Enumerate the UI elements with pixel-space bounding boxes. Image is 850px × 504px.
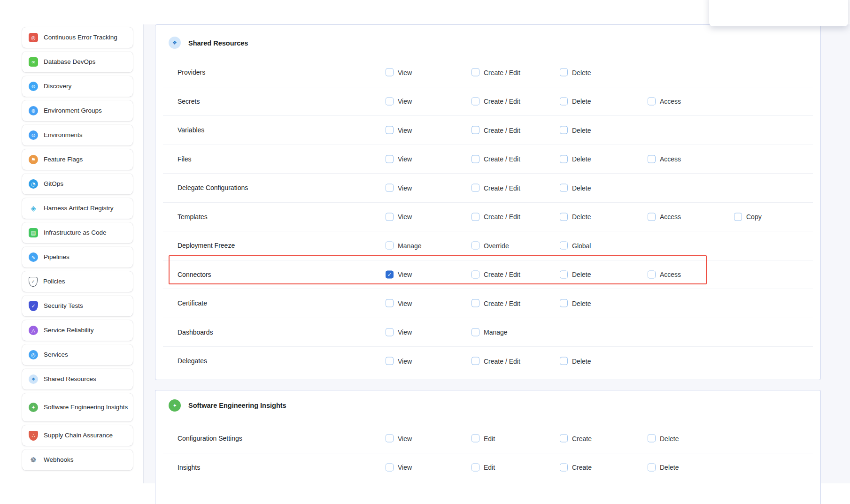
perm-override[interactable]: Override [471, 242, 509, 250]
checkbox[interactable] [560, 435, 568, 443]
perm-edit[interactable]: Edit [471, 435, 495, 443]
perm-create-edit[interactable]: Create / Edit [471, 97, 520, 105]
sidebar-item-supply-chain-assurance[interactable]: ∴ Supply Chain Assurance [22, 425, 133, 446]
sidebar-item-security-tests[interactable]: ✓ Security Tests [22, 296, 133, 316]
sidebar-item-webhooks[interactable]: ☸ Webhooks [22, 450, 133, 470]
checkbox[interactable] [471, 213, 479, 221]
checkbox[interactable] [560, 155, 568, 163]
perm-delete[interactable]: Delete [560, 155, 591, 163]
perm-view[interactable]: View [386, 328, 412, 336]
perm-create-edit[interactable]: Create / Edit [471, 357, 520, 365]
checkbox[interactable] [560, 126, 568, 134]
sidebar-item-discovery[interactable]: ⊚ Discovery [22, 76, 133, 97]
perm-create-edit[interactable]: Create / Edit [471, 213, 520, 221]
checkbox[interactable] [560, 184, 568, 192]
sidebar-item-continuous-error-tracking[interactable]: ◎ Continuous Error Tracking [22, 27, 133, 48]
sidebar-item-harness-artifact-registry[interactable]: ◈ Harness Artifact Registry [22, 198, 133, 219]
perm-view[interactable]: View [386, 299, 412, 307]
checkbox[interactable] [560, 242, 568, 250]
checkbox[interactable] [648, 213, 656, 221]
perm-delete[interactable]: Delete [560, 184, 591, 192]
checkbox[interactable] [386, 299, 394, 307]
perm-view[interactable]: View [386, 69, 412, 76]
perm-create-edit[interactable]: Create / Edit [471, 155, 520, 163]
sidebar-item-policies[interactable]: ✓ Policies [22, 271, 133, 292]
checkbox[interactable] [386, 69, 394, 76]
perm-create[interactable]: Create [560, 435, 592, 443]
checkbox[interactable] [560, 357, 568, 365]
checkbox[interactable] [471, 97, 479, 105]
perm-delete[interactable]: Delete [560, 69, 591, 76]
perm-view[interactable]: View [386, 463, 412, 471]
perm-create-edit[interactable]: Create / Edit [471, 270, 520, 278]
checkbox[interactable] [386, 126, 394, 134]
sidebar-item-pipelines[interactable]: ∿ Pipelines [22, 247, 133, 267]
checkbox[interactable] [386, 463, 394, 471]
perm-access[interactable]: Access [648, 213, 681, 221]
perm-create[interactable]: Create [560, 463, 592, 471]
checkbox[interactable] [560, 270, 568, 278]
checkbox[interactable] [734, 213, 742, 221]
perm-access[interactable]: Access [648, 270, 681, 278]
checkbox[interactable] [471, 69, 479, 76]
checkbox[interactable] [648, 97, 656, 105]
perm-view[interactable]: View [386, 435, 412, 443]
perm-view[interactable]: View [386, 213, 412, 221]
sidebar-item-environment-groups[interactable]: ⊛ Environment Groups [22, 100, 133, 121]
perm-create-edit[interactable]: Create / Edit [471, 126, 520, 134]
perm-create-edit[interactable]: Create / Edit [471, 299, 520, 307]
perm-view[interactable]: View [386, 270, 412, 278]
sidebar-item-software-engineering-insights[interactable]: ✦ Software Engineering Insights [22, 393, 133, 421]
perm-create-edit[interactable]: Create / Edit [471, 69, 520, 76]
perm-delete[interactable]: Delete [648, 463, 679, 471]
perm-delete[interactable]: Delete [560, 126, 591, 134]
checkbox[interactable] [386, 97, 394, 105]
perm-delete[interactable]: Delete [648, 435, 679, 443]
checkbox[interactable] [560, 69, 568, 76]
checkbox[interactable] [560, 463, 568, 471]
perm-delete[interactable]: Delete [560, 97, 591, 105]
checkbox[interactable] [471, 242, 479, 250]
sidebar-item-gitops[interactable]: ◔ GitOps [22, 174, 133, 194]
perm-delete[interactable]: Delete [560, 357, 591, 365]
checkbox[interactable] [471, 184, 479, 192]
perm-delete[interactable]: Delete [560, 299, 591, 307]
checkbox[interactable] [386, 328, 394, 336]
checkbox[interactable] [560, 97, 568, 105]
perm-create-edit[interactable]: Create / Edit [471, 184, 520, 192]
sidebar-item-infrastructure-as-code[interactable]: ▤ Infrastructure as Code [22, 222, 133, 243]
checkbox[interactable] [648, 463, 656, 471]
checkbox[interactable] [648, 270, 656, 278]
checkbox[interactable] [386, 155, 394, 163]
checkbox[interactable] [386, 357, 394, 365]
perm-delete[interactable]: Delete [560, 213, 591, 221]
perm-manage[interactable]: Manage [471, 328, 508, 336]
checkbox[interactable] [471, 357, 479, 365]
perm-copy[interactable]: Copy [734, 213, 762, 221]
perm-delete[interactable]: Delete [560, 270, 591, 278]
checkbox[interactable] [560, 299, 568, 307]
checkbox[interactable] [471, 270, 479, 278]
checkbox[interactable] [648, 435, 656, 443]
perm-view[interactable]: View [386, 155, 412, 163]
sidebar-item-environments[interactable]: ⊜ Environments [22, 125, 133, 145]
perm-view[interactable]: View [386, 126, 412, 134]
checkbox[interactable] [471, 126, 479, 134]
checkbox[interactable] [471, 155, 479, 163]
sidebar-item-services[interactable]: ◎ Services [22, 344, 133, 365]
perm-view[interactable]: View [386, 357, 412, 365]
checkbox[interactable] [648, 155, 656, 163]
checkbox[interactable] [386, 435, 394, 443]
checkbox[interactable] [386, 242, 394, 250]
checkbox[interactable] [560, 213, 568, 221]
checkbox[interactable] [471, 299, 479, 307]
perm-global[interactable]: Global [560, 242, 591, 250]
sidebar-item-service-reliability[interactable]: △ Service Reliability [22, 320, 133, 341]
sidebar-item-feature-flags[interactable]: ⚑ Feature Flags [22, 149, 133, 170]
checkbox[interactable] [386, 213, 394, 221]
sidebar-item-database-devops[interactable]: ∞ Database DevOps [22, 52, 133, 72]
perm-view[interactable]: View [386, 184, 412, 192]
checkbox[interactable] [471, 435, 479, 443]
perm-manage[interactable]: Manage [386, 242, 422, 250]
checkbox[interactable] [471, 328, 479, 336]
